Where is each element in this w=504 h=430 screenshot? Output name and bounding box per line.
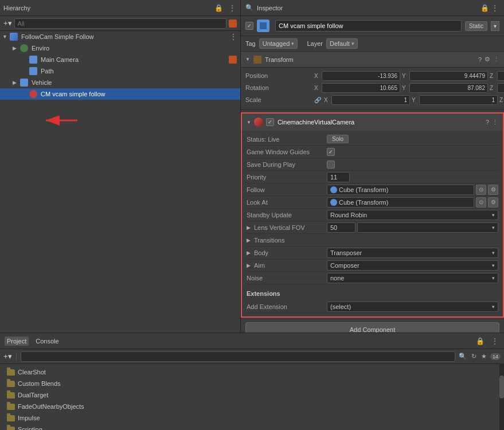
inspector-content: Static ▾ Tag Untagged ▾ Layer Default ▾ <box>241 16 504 333</box>
tab-console[interactable]: Console <box>33 337 61 346</box>
project-lock-btn[interactable]: 🔒 <box>475 337 486 345</box>
inspector-menu-btn[interactable]: ⋮ <box>490 4 499 12</box>
tab-project[interactable]: Project <box>5 337 29 346</box>
noise-dropdown-arrow: ▾ <box>492 275 495 281</box>
tree-item-path[interactable]: Path <box>0 65 240 77</box>
pos-x-input[interactable] <box>322 71 400 81</box>
list-item-scripting[interactable]: Scripting <box>0 424 499 430</box>
aim-dropdown[interactable]: Composer ▾ <box>327 260 498 271</box>
path-label: Path <box>41 68 54 75</box>
hierarchy-search[interactable] <box>14 18 226 29</box>
vcam-header[interactable]: ▼ CinemachineVirtualCamera ? ⋮ <box>242 114 503 131</box>
refresh-icon-btn[interactable]: ↻ <box>470 353 478 360</box>
game-window-checkbox[interactable] <box>327 148 335 156</box>
tree-item-enviro[interactable]: ▶ Enviro <box>0 42 240 54</box>
pos-z-input[interactable] <box>497 71 504 81</box>
lens-fov-dropdown[interactable]: ▾ <box>357 222 498 233</box>
sc-x-input[interactable] <box>331 95 410 105</box>
follow-settings-btn[interactable]: ⚙ <box>488 185 498 195</box>
priority-input[interactable] <box>327 172 350 182</box>
hierarchy-add-btn[interactable]: +▾ <box>3 19 12 28</box>
save-during-play-checkbox[interactable] <box>327 161 335 169</box>
static-dropdown-arrow[interactable]: ▾ <box>491 21 499 31</box>
transform-menu-btn[interactable]: ⋮ <box>493 56 499 63</box>
vcam-tree-icon-wrap <box>29 89 38 99</box>
list-item-clearshot[interactable]: ClearShot <box>0 366 499 378</box>
search-icon-btn[interactable]: 🔍 <box>458 353 468 360</box>
tag-dropdown[interactable]: Untagged ▾ <box>259 38 298 49</box>
aim-value: Composer ▾ <box>327 260 498 271</box>
transform-icon-wrap <box>253 55 262 64</box>
pos-y-input[interactable] <box>409 71 488 81</box>
static-button[interactable]: Static <box>465 21 487 31</box>
root-cube-icon <box>10 33 18 41</box>
vcam-help-btn[interactable]: ? <box>486 119 489 126</box>
vcam-label: CM vcam simple follow <box>41 91 105 97</box>
follow-ref-field[interactable]: Cube (Transform) <box>327 185 474 195</box>
tree-item-vehicle[interactable]: ▶ Vehicle <box>0 77 240 88</box>
transform-help-btn[interactable]: ? <box>478 56 482 63</box>
list-item-fade-out[interactable]: FadeOutNearbyObjects <box>0 401 499 412</box>
item-label-clearshot: ClearShot <box>18 369 46 376</box>
body-dropdown-value: Transposer <box>330 249 362 256</box>
scale-link-icon: 🔗 <box>314 97 321 103</box>
lens-fov-row: ▶ Lens Vertical FOV ▾ <box>247 221 498 234</box>
project-add-btn[interactable]: +▾ <box>3 352 12 361</box>
hierarchy-lock-btn[interactable]: 🔒 <box>213 4 224 12</box>
look-at-target-btn[interactable]: ⊙ <box>476 197 486 208</box>
hierarchy-menu-btn[interactable]: ⋮ <box>228 4 237 12</box>
star-icon-btn[interactable]: ★ <box>480 353 488 360</box>
object-name-bar: Static ▾ <box>241 16 504 36</box>
inspector-lock-btn[interactable]: 🔒 <box>479 4 490 12</box>
hierarchy-panel: Hierarchy 🔒 ⋮ +▾ ▼ FollowCam Simple Foll… <box>0 0 241 333</box>
tag-label: Tag <box>245 40 256 47</box>
folder-icon-clearshot <box>7 369 15 376</box>
root-dots-btn[interactable]: ⋮ <box>230 33 237 41</box>
object-active-checkbox[interactable] <box>245 22 253 30</box>
follow-label: Follow <box>247 186 327 193</box>
add-component-button[interactable]: Add Component <box>245 322 499 333</box>
aim-expand-arrow: ▶ <box>247 263 251 268</box>
transitions-label: Transitions <box>254 237 284 244</box>
tree-item-vcam[interactable]: CM vcam simple follow <box>0 88 240 100</box>
project-menu-btn[interactable]: ⋮ <box>490 337 499 345</box>
sc-y-input[interactable] <box>419 95 498 105</box>
priority-value <box>327 172 498 182</box>
tree-item-main-camera[interactable]: Main Camera <box>0 54 240 65</box>
list-item-dual-target[interactable]: DualTarget <box>0 389 499 401</box>
object-name-field[interactable] <box>275 20 462 32</box>
standby-dropdown[interactable]: Round Robin ▾ <box>327 210 498 220</box>
rot-y-input[interactable] <box>409 83 488 93</box>
list-item-custom-blends[interactable]: Custom Blends <box>0 378 499 389</box>
solo-button[interactable]: Solo <box>327 135 349 143</box>
rot-z-input[interactable] <box>497 83 504 93</box>
project-list: ClearShot Custom Blends DualTarget FadeO… <box>0 364 499 430</box>
transform-header[interactable]: ▼ Transform ? ⚙ ⋮ <box>241 52 504 68</box>
rotation-row: Rotation X Y Z <box>245 82 499 93</box>
project-search[interactable] <box>21 351 455 362</box>
item-label-dual-target: DualTarget <box>18 392 48 398</box>
tree-item-root[interactable]: ▼ FollowCam Simple Follow ⋮ <box>0 31 240 42</box>
body-dropdown[interactable]: Transposer ▾ <box>327 248 498 258</box>
project-panel: Project Console 🔒 ⋮ +▾ 🔍 ↻ ★ 14 ClearSho… <box>0 333 504 430</box>
extensions-title: Extensions <box>247 290 498 297</box>
rot-x-input[interactable] <box>322 83 400 93</box>
look-at-value: Cube (Transform) ⊙ ⚙ <box>327 197 498 208</box>
look-at-ref-field[interactable]: Cube (Transform) <box>327 197 474 208</box>
follow-target-btn[interactable]: ⊙ <box>476 185 486 195</box>
folder-icon-custom-blends <box>7 381 15 387</box>
transform-settings-btn[interactable]: ⚙ <box>485 56 490 63</box>
status-row: Status: Live Solo <box>247 133 498 146</box>
body-label: Body <box>254 249 268 256</box>
vcam-menu-btn[interactable]: ⋮ <box>492 119 498 126</box>
look-at-settings-btn[interactable]: ⚙ <box>488 197 498 208</box>
lens-fov-input[interactable] <box>327 222 355 233</box>
save-during-play-row: Save During Play <box>247 158 498 171</box>
project-scrollbar[interactable] <box>499 364 504 430</box>
noise-dropdown[interactable]: none ▾ <box>327 273 498 283</box>
add-extension-dropdown[interactable]: (select) ▾ <box>327 302 498 312</box>
pos-x-label: X <box>314 73 320 79</box>
list-item-impulse[interactable]: Impulse <box>0 412 499 424</box>
layer-dropdown[interactable]: Default ▾ <box>326 38 358 49</box>
vcam-active-checkbox[interactable] <box>266 118 274 126</box>
